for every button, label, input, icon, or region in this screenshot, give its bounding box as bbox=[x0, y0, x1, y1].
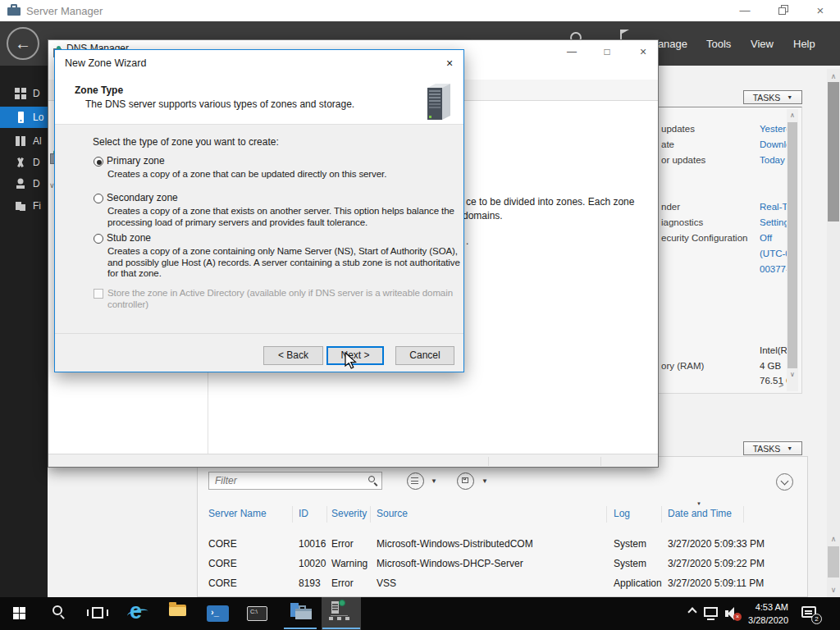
property-value-link[interactable]: Downlo bbox=[760, 139, 788, 149]
column-header-server-name[interactable]: Server Name bbox=[208, 508, 267, 519]
tray-time: 4:53 AM bbox=[739, 600, 788, 614]
dns-manager-taskbar-icon bbox=[345, 617, 349, 620]
back-button[interactable]: ← bbox=[7, 27, 39, 60]
scrollbar-thumb[interactable] bbox=[828, 546, 839, 578]
column-header-id[interactable]: ID bbox=[299, 508, 308, 519]
scroll-up-icon[interactable]: ∧ bbox=[827, 71, 840, 82]
sidebar: D Lo Al D D Fi bbox=[0, 66, 48, 597]
minimize-button[interactable]: — bbox=[561, 43, 582, 60]
property-value-link[interactable]: Setting bbox=[760, 217, 788, 227]
restore-button[interactable] bbox=[765, 0, 798, 21]
events-tasks-button[interactable]: TASKS ▼ bbox=[743, 441, 802, 455]
menu-view[interactable]: View bbox=[751, 38, 774, 50]
see-more-link[interactable]: > bbox=[778, 380, 783, 390]
column-separator bbox=[661, 506, 662, 523]
column-separator bbox=[370, 506, 371, 523]
all-servers-icon bbox=[15, 135, 26, 147]
minimize-button[interactable]: — bbox=[728, 0, 761, 21]
property-value-link[interactable]: 00377- bbox=[760, 264, 788, 274]
maximize-button[interactable]: □ bbox=[596, 43, 618, 60]
sidebar-item-file-storage[interactable]: Fi bbox=[0, 195, 48, 217]
column-separator bbox=[743, 506, 744, 523]
caret-down-icon[interactable]: ▼ bbox=[482, 477, 488, 485]
property-value-link[interactable]: Real-Ti bbox=[760, 202, 788, 212]
cell-severity: Error bbox=[331, 538, 354, 550]
property-value: Intel(R) bbox=[760, 345, 788, 355]
stub-zone-label[interactable]: Stub zone bbox=[107, 232, 151, 244]
sidebar-item-local-server[interactable]: Lo bbox=[0, 107, 48, 128]
close-button[interactable]: × bbox=[441, 55, 459, 71]
tray-show-hidden-icons-chevron[interactable] bbox=[687, 607, 696, 616]
cell-server: CORE bbox=[208, 558, 237, 569]
cell-server: CORE bbox=[208, 538, 237, 550]
server-manager-titlebar: Server Manager — × bbox=[0, 0, 840, 21]
network-icon[interactable] bbox=[704, 607, 718, 617]
cell-severity: Warning bbox=[331, 558, 368, 569]
tray-clock[interactable]: 4:53 AM 3/28/2020 bbox=[739, 600, 788, 627]
cell-id: 8193 bbox=[299, 578, 321, 589]
sidebar-item-dashboard[interactable]: D bbox=[0, 83, 48, 104]
tray-date: 3/28/2020 bbox=[739, 614, 788, 627]
close-button[interactable]: × bbox=[804, 0, 837, 21]
property-value-link[interactable]: Today a bbox=[760, 155, 788, 165]
property-value-link[interactable]: Off bbox=[760, 233, 788, 243]
cell-datetime: 3/27/2020 5:09:11 PM bbox=[668, 578, 764, 589]
scroll-up-icon[interactable]: ∧ bbox=[787, 111, 798, 121]
menu-help[interactable]: Help bbox=[793, 38, 815, 50]
stub-zone-radio[interactable] bbox=[94, 234, 103, 244]
dashboard-icon bbox=[15, 88, 26, 99]
primary-zone-radio[interactable] bbox=[94, 157, 103, 167]
local-server-icon bbox=[15, 112, 26, 123]
caret-down-icon[interactable]: ▼ bbox=[431, 477, 437, 485]
scroll-down-icon[interactable]: ∨ bbox=[827, 584, 840, 596]
task-view-button[interactable] bbox=[92, 607, 103, 619]
sidebar-item-label: Al bbox=[33, 135, 42, 147]
property-value-link[interactable]: Yesterd bbox=[760, 124, 788, 134]
save-events-button[interactable] bbox=[457, 472, 474, 490]
menu-manage[interactable]: lanage bbox=[655, 38, 687, 50]
wizard-heading: Zone Type bbox=[75, 84, 123, 96]
wizard-titlebar[interactable]: New Zone Wizard × bbox=[55, 50, 463, 77]
cell-source: VSS bbox=[377, 578, 396, 589]
column-header-severity[interactable]: Severity bbox=[331, 508, 367, 519]
secondary-zone-radio[interactable] bbox=[94, 194, 103, 203]
primary-zone-label[interactable]: Primary zone bbox=[107, 155, 165, 167]
back-button[interactable]: < Back bbox=[263, 346, 323, 365]
scroll-down-icon[interactable]: ∨ bbox=[787, 370, 798, 380]
column-separator bbox=[606, 506, 607, 523]
command-prompt-button[interactable]: C:\ bbox=[247, 606, 267, 621]
column-header-source[interactable]: Source bbox=[377, 508, 408, 519]
properties-panel: updates Yesterd ate Downlo or updates To… bbox=[648, 107, 802, 394]
list-view-button[interactable] bbox=[407, 472, 424, 490]
column-header-date-time[interactable]: Date and Time bbox=[668, 508, 732, 519]
collapse-panel-button[interactable] bbox=[776, 473, 793, 491]
filter-input[interactable] bbox=[208, 472, 382, 490]
sidebar-item-all-servers[interactable]: Al bbox=[0, 130, 48, 152]
list-icon bbox=[411, 483, 418, 484]
scroll-up-icon[interactable]: ∧ bbox=[827, 533, 840, 545]
scrollbar-thumb[interactable] bbox=[828, 82, 839, 221]
property-value-link[interactable]: (UTC-0 bbox=[760, 249, 788, 258]
close-button[interactable]: × bbox=[632, 43, 654, 60]
caret-down-icon: ▼ bbox=[787, 94, 792, 100]
powershell-button[interactable]: ›_ bbox=[207, 605, 229, 622]
start-button[interactable] bbox=[13, 607, 19, 613]
sidebar-item-label: D bbox=[33, 88, 40, 99]
column-header-log[interactable]: Log bbox=[614, 508, 630, 519]
tasks-label: TASKS bbox=[753, 444, 781, 454]
property-label: updates bbox=[661, 124, 758, 134]
cancel-button[interactable]: Cancel bbox=[395, 346, 454, 365]
wizard-header: Zone Type The DNS server supports variou… bbox=[55, 77, 463, 125]
secondary-zone-label[interactable]: Secondary zone bbox=[107, 192, 178, 203]
dhcp-icon bbox=[15, 157, 26, 168]
menu-tools[interactable]: Tools bbox=[706, 38, 731, 50]
wizard-title: New Zone Wizard bbox=[65, 57, 146, 69]
screen: Server Manager — × ← lanage Tools View H… bbox=[0, 0, 840, 630]
sidebar-item-dhcp[interactable]: D bbox=[0, 152, 48, 173]
cell-datetime: 3/27/2020 5:09:22 PM bbox=[668, 558, 765, 569]
properties-tasks-button[interactable]: TASKS ▼ bbox=[743, 90, 802, 104]
sidebar-item-dns[interactable]: D bbox=[0, 173, 48, 194]
column-separator bbox=[326, 506, 327, 523]
scrollbar-thumb[interactable] bbox=[788, 122, 797, 368]
server-tower-icon bbox=[423, 81, 454, 121]
